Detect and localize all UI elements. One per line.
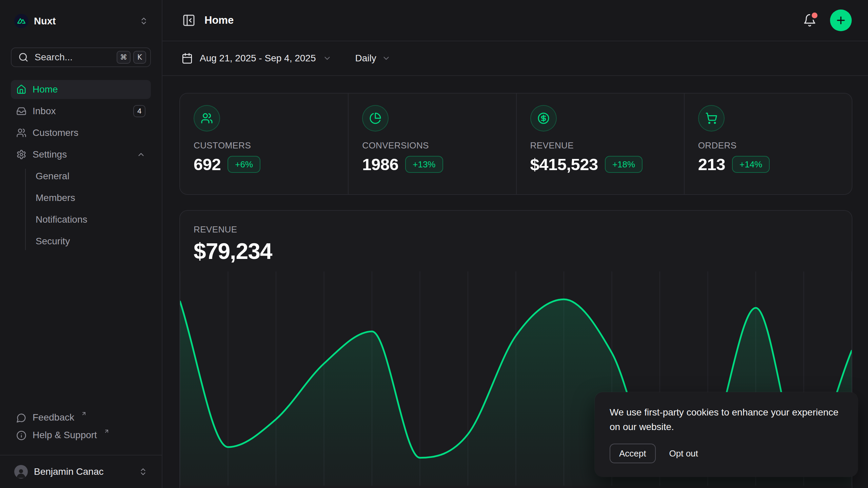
message-circle-icon	[16, 413, 26, 423]
users-icon	[194, 105, 220, 131]
chevrons-up-down-icon	[139, 17, 148, 25]
shopping-cart-icon	[698, 105, 725, 131]
inbox-icon	[16, 106, 26, 116]
user-section: Benjamin Canac	[0, 455, 162, 488]
stat-label: CONVERSIONS	[362, 140, 502, 151]
feedback-link[interactable]: Feedback	[11, 409, 151, 426]
dashboard-content: CUSTOMERS 692 +6% CONVERSIONS 1986 +13%	[162, 76, 868, 488]
sidebar-item-inbox[interactable]: Inbox 4	[11, 102, 151, 121]
panel-left-close-icon	[182, 14, 196, 27]
date-range-picker[interactable]: Aug 21, 2025 - Sep 4, 2025	[181, 53, 332, 64]
stat-card-conversions: CONVERSIONS 1986 +13%	[348, 94, 516, 194]
add-button[interactable]	[830, 9, 852, 31]
notifications-button[interactable]	[803, 14, 816, 27]
stat-label: REVENUE	[530, 140, 670, 151]
sidebar-item-customers[interactable]: Customers	[11, 123, 151, 142]
chevron-down-icon	[323, 54, 332, 63]
cookie-banner: We use first-party cookies to enhance yo…	[595, 392, 858, 477]
sidebar-item-settings[interactable]: Settings	[11, 145, 151, 164]
stat-delta-badge: +6%	[228, 156, 260, 173]
sidebar-nav: Home Inbox 4 Customers Settings General …	[11, 80, 151, 256]
user-name: Benjamin Canac	[34, 466, 103, 477]
chevrons-up-down-icon	[139, 467, 147, 476]
stat-delta-badge: +13%	[405, 156, 443, 173]
help-support-link[interactable]: Help & Support	[11, 426, 151, 444]
inbox-count-badge: 4	[133, 105, 145, 117]
gear-icon	[16, 149, 26, 160]
opt-out-button[interactable]: Opt out	[660, 444, 707, 463]
revenue-total: $79,234	[194, 238, 838, 264]
settings-submenu: General Members Notifications Security	[11, 167, 151, 253]
workspace-switcher[interactable]: Nuxt	[11, 12, 151, 30]
stat-label: ORDERS	[698, 140, 838, 151]
info-circle-icon	[16, 430, 26, 441]
sidebar: Nuxt Search... ⌘ K Home Inbox 4	[0, 0, 162, 488]
stat-delta-badge: +14%	[732, 156, 770, 173]
date-range-value: Aug 21, 2025 - Sep 4, 2025	[200, 53, 316, 64]
arrow-up-right-icon	[81, 411, 87, 416]
calendar-icon	[181, 53, 193, 64]
granularity-value: Daily	[355, 53, 376, 64]
search-placeholder: Search...	[35, 52, 111, 63]
stats-row: CUSTOMERS 692 +6% CONVERSIONS 1986 +13%	[179, 93, 852, 195]
stat-delta-badge: +18%	[605, 156, 643, 173]
arrow-up-right-icon	[104, 428, 110, 434]
chevron-up-icon	[137, 150, 145, 159]
plus-icon	[835, 15, 847, 26]
avatar	[14, 465, 28, 479]
revenue-label: REVENUE	[194, 224, 838, 235]
user-menu[interactable]: Benjamin Canac	[11, 465, 151, 479]
nuxt-logo-icon	[14, 14, 28, 28]
chart-pie-icon	[362, 105, 389, 131]
users-icon	[16, 128, 26, 138]
notification-dot	[812, 13, 817, 18]
kbd-k: K	[133, 51, 146, 64]
stat-value: 1986	[362, 155, 398, 174]
main-area: Home Aug 21, 2025 - Sep 4, 2025 Daily	[162, 0, 868, 488]
sidebar-item-members[interactable]: Members	[11, 188, 151, 207]
sidebar-item-notifications[interactable]: Notifications	[11, 210, 151, 229]
search-shortcut: ⌘ K	[117, 51, 146, 64]
accept-button[interactable]: Accept	[610, 444, 656, 463]
sidebar-item-general[interactable]: General	[11, 167, 151, 186]
stat-value: $415,523	[530, 155, 598, 174]
stat-value: 213	[698, 155, 725, 174]
circle-dollar-icon	[530, 105, 557, 131]
home-icon	[16, 84, 26, 95]
header-actions	[803, 9, 852, 31]
page-header: Home	[162, 0, 868, 41]
kbd-cmd: ⌘	[117, 51, 131, 64]
chevron-down-icon	[382, 54, 391, 63]
filters-toolbar: Aug 21, 2025 - Sep 4, 2025 Daily	[162, 41, 868, 76]
stat-label: CUSTOMERS	[194, 140, 334, 151]
search-input[interactable]: Search... ⌘ K	[11, 47, 151, 67]
workspace-name: Nuxt	[34, 16, 56, 27]
sidebar-item-security[interactable]: Security	[11, 232, 151, 251]
sidebar-footer: Feedback Help & Support	[11, 409, 151, 450]
stat-card-customers: CUSTOMERS 692 +6%	[180, 94, 348, 194]
stat-value: 692	[194, 155, 221, 174]
stat-card-orders: ORDERS 213 +14%	[684, 94, 852, 194]
search-icon	[18, 52, 28, 62]
sidebar-item-home[interactable]: Home	[11, 80, 151, 99]
granularity-select[interactable]: Daily	[355, 53, 391, 64]
app-root: Nuxt Search... ⌘ K Home Inbox 4	[0, 0, 868, 488]
page-title: Home	[204, 14, 234, 26]
stat-card-revenue: REVENUE $415,523 +18%	[516, 94, 684, 194]
cookie-message: We use first-party cookies to enhance yo…	[610, 405, 843, 434]
sidebar-collapse-button[interactable]	[182, 14, 196, 27]
